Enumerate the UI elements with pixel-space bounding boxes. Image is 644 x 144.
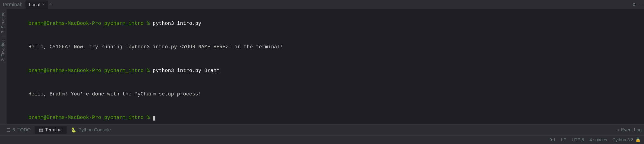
tab-close-icon[interactable]: × — [42, 2, 44, 7]
output-2: Hello, Brahm! You're done with the PyCha… — [28, 91, 201, 97]
terminal-line-2: Hello, CS106A! Now, try running 'python3… — [10, 36, 640, 59]
terminal-cursor — [153, 116, 155, 120]
terminal-area[interactable]: brahm@Brahms-MacBook-Pro pycharm_intro %… — [6, 9, 644, 124]
tab-python-console[interactable]: 🐍 Python Console — [67, 126, 115, 134]
tab-local[interactable]: Local × — [26, 0, 48, 9]
indent[interactable]: 4 spaces — [590, 137, 607, 142]
main-area: 7: Structure 2: Favorites brahm@Brahms-M… — [0, 9, 644, 124]
sidebar-favorites-label[interactable]: 2: Favorites — [1, 37, 6, 64]
tab-todo[interactable]: ☰ 6: TODO — [2, 126, 35, 134]
tab-add-button[interactable]: + — [49, 2, 52, 8]
todo-icon: ☰ — [6, 127, 10, 133]
terminal-line-3: brahm@Brahms-MacBook-Pro pycharm_intro %… — [10, 59, 640, 82]
sidebar-structure-label[interactable]: 7: Structure — [1, 9, 6, 35]
output-1: Hello, CS106A! Now, try running 'python3… — [28, 44, 283, 50]
lock-icon: 🔒 — [635, 137, 641, 142]
settings-icon[interactable]: ⚙ — [632, 2, 636, 8]
todo-label: 6: TODO — [12, 127, 30, 132]
event-log-button[interactable]: ○ Event Log — [616, 127, 642, 132]
command-1: python3 intro.py — [153, 21, 201, 26]
prompt-1: brahm@Brahms-MacBook-Pro pycharm_intro % — [28, 21, 152, 26]
event-log-label: Event Log — [621, 127, 642, 132]
python-version-label: Python 3.8 — [612, 137, 634, 142]
line-ending[interactable]: LF — [561, 137, 566, 142]
python-icon: 🐍 — [71, 127, 76, 133]
encoding[interactable]: UTF-8 — [572, 137, 584, 142]
terminal-tab-label: Terminal — [45, 127, 62, 132]
terminal-line-4: Hello, Brahm! You're done with the PyCha… — [10, 82, 640, 106]
tab-bar: Terminal: Local × + ⚙ − — [0, 0, 644, 9]
tab-terminal[interactable]: ▤ Terminal — [35, 126, 67, 134]
minimize-icon[interactable]: − — [639, 2, 642, 7]
cursor-position[interactable]: 9:1 — [550, 137, 556, 142]
bottom-toolbar: ☰ 6: TODO ▤ Terminal 🐍 Python Console ○ … — [0, 124, 644, 135]
tab-bar-actions: ⚙ − — [632, 2, 642, 8]
terminal-label: Terminal: — [2, 2, 22, 8]
command-2: python3 intro.py Brahm — [153, 68, 220, 74]
status-bar: 9:1 LF UTF-8 4 spaces Python 3.8 🔒 — [0, 135, 644, 144]
prompt-3: brahm@Brahms-MacBook-Pro pycharm_intro % — [28, 115, 152, 120]
sidebar-divider — [1, 36, 6, 36]
terminal-icon: ▤ — [39, 127, 43, 133]
terminal-line-5: brahm@Brahms-MacBook-Pro pycharm_intro % — [10, 106, 640, 124]
tab-local-label: Local — [29, 2, 40, 7]
left-sidebar: 7: Structure 2: Favorites — [0, 9, 6, 124]
event-log-icon: ○ — [616, 127, 619, 132]
python-version[interactable]: Python 3.8 🔒 — [612, 137, 641, 142]
terminal-line-1: brahm@Brahms-MacBook-Pro pycharm_intro %… — [10, 12, 640, 36]
python-console-label: Python Console — [78, 127, 111, 132]
prompt-2: brahm@Brahms-MacBook-Pro pycharm_intro % — [28, 68, 152, 74]
